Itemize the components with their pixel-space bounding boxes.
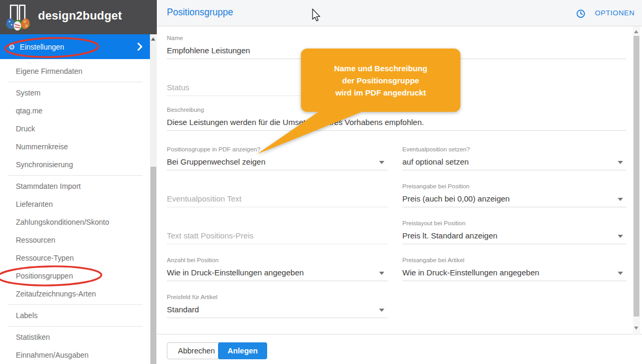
submit-button[interactable]: Anlegen xyxy=(218,342,267,359)
app-window: design2budget ⚙ Einstellungen Eigene Fir… xyxy=(0,0,642,364)
content-scrollbar[interactable] xyxy=(633,26,640,333)
gear-icon: ⚙ xyxy=(8,43,15,51)
sidebar-item-zeitaufzeichnungs-arten[interactable]: Zeitaufzeichnungs-Arten xyxy=(0,285,150,303)
sidebar-item-qtag-me[interactable]: qtag.me xyxy=(0,102,150,120)
field-preisangabe-bei-position: Preisangabe bei PositionPreis (auch bei … xyxy=(402,183,626,207)
chevron-down-icon xyxy=(618,161,623,164)
select-preisangabe-bei-artikel[interactable]: Wie in Druck-Einstellungen angegeben xyxy=(402,268,626,277)
field-label-positionsgruppe-in-pdf-anzeigen: Positionsgruppe in PDF anzeigen? xyxy=(167,146,260,152)
sidebar-item-positionsgruppen[interactable]: Positionsgruppen xyxy=(0,267,150,285)
clock-icon xyxy=(576,9,586,18)
sidebar-item-synchronisierung[interactable]: Synchronisierung xyxy=(0,156,150,174)
chevron-down-icon xyxy=(379,272,384,275)
chevron-right-icon xyxy=(137,43,143,51)
chevron-down-icon xyxy=(379,161,384,164)
sidebar-active-label: Einstellungen xyxy=(20,43,64,51)
chevron-down-icon xyxy=(618,272,623,275)
field-preislayout-bei-position: Preislayout bei PositionPreis lt. Standa… xyxy=(402,220,626,244)
sidebar-item-statistiken[interactable]: Statistiken xyxy=(0,328,150,346)
options-button[interactable]: OPTIONEN xyxy=(592,8,638,17)
main-panel: Positionsgruppe OPTIONEN NameEmpfohlene … xyxy=(157,0,642,364)
scroll-down-arrow-icon[interactable] xyxy=(634,327,638,330)
mouse-cursor xyxy=(311,8,322,23)
page-header: Positionsgruppe OPTIONEN xyxy=(157,0,642,26)
history-clock-button[interactable] xyxy=(576,9,586,18)
callout-line: der Positionsgruppe xyxy=(305,74,456,87)
field-label-preisangabe-bei-artikel: Preisangabe bei Artikel xyxy=(402,257,465,263)
field-eventualposition-text: Eventualposition Text xyxy=(167,183,388,207)
sidebar-item-eigene-firmendaten[interactable]: Eigene Firmendaten xyxy=(0,62,150,80)
sidebar-item-stammdaten-import[interactable]: Stammdaten Import xyxy=(0,177,150,195)
scroll-up-arrow-icon[interactable] xyxy=(634,30,638,33)
sidebar-divider xyxy=(7,326,143,327)
sidebar-item-ressourcen[interactable]: Ressourcen xyxy=(0,231,150,249)
sidebar-scrollbar[interactable] xyxy=(150,34,157,364)
chevron-down-icon xyxy=(618,235,623,238)
callout-line: Name und Beschreibung xyxy=(305,62,456,74)
input-text-statt-positions-preis[interactable]: Text statt Positions-Preis xyxy=(167,231,388,240)
page-title: Positionsgruppe xyxy=(167,7,233,18)
sidebar-item-nummernkreise[interactable]: Nummernkreise xyxy=(0,138,150,156)
select-preislayout-bei-position[interactable]: Preis lt. Standard anzeigen xyxy=(402,231,626,240)
chevron-down-icon xyxy=(618,198,623,201)
sidebar-divider xyxy=(7,82,143,82)
field-label-name: Name xyxy=(167,35,183,41)
sidebar-item-einstellungen[interactable]: ⚙ Einstellungen xyxy=(0,34,150,59)
field-label-preisfeld-fuer-artikel: Preisfeld für Artikel xyxy=(167,294,218,300)
field-preisangabe-bei-artikel: Preisangabe bei ArtikelWie in Druck-Eins… xyxy=(402,257,626,281)
select-preisfeld-fuer-artikel[interactable]: Standard xyxy=(167,305,388,314)
sidebar-header: design2budget xyxy=(0,0,157,34)
app-logo xyxy=(4,4,32,31)
sidebar-divider xyxy=(7,304,143,305)
sidebar-item-ressource-typen[interactable]: Ressource-Typen xyxy=(0,249,150,267)
content-scrollbar-thumb[interactable] xyxy=(634,36,639,317)
sidebar-item-lieferanten[interactable]: Lieferanten xyxy=(0,195,150,213)
field-label-preisangabe-bei-position: Preisangabe bei Position xyxy=(402,183,469,189)
sidebar-divider xyxy=(7,175,143,176)
field-label-beschreibung: Beschreibung xyxy=(167,107,204,113)
field-anzahl-bei-position: Anzahl bei PositionWie in Druck-Einstell… xyxy=(167,257,388,281)
input-eventualposition-text[interactable]: Eventualposition Text xyxy=(167,194,388,203)
sidebar-scrollbar-thumb[interactable] xyxy=(150,167,156,364)
field-text-statt-positions-preis: Text statt Positions-Preis xyxy=(167,220,388,244)
sidebar-item-labels[interactable]: Labels xyxy=(0,306,150,324)
field-preisfeld-fuer-artikel: Preisfeld für ArtikelStandard xyxy=(167,294,388,318)
form-footer: Abbrechen Anlegen xyxy=(157,334,642,364)
scroll-up-arrow-icon[interactable] xyxy=(151,37,155,41)
callout-line: wird im PDF angedruckt xyxy=(305,87,456,99)
select-preisangabe-bei-position[interactable]: Preis (auch bei 0,00) anzeigen xyxy=(402,194,626,203)
chevron-down-icon xyxy=(379,309,384,312)
cancel-button[interactable]: Abbrechen xyxy=(167,342,226,359)
sidebar: design2budget ⚙ Einstellungen Eigene Fir… xyxy=(0,0,157,364)
select-anzahl-bei-position[interactable]: Wie in Druck-Einstellungen angegeben xyxy=(167,268,388,277)
sidebar-item-system[interactable]: System xyxy=(0,84,150,102)
sidebar-item-zahlungskonditionen-skonto[interactable]: Zahlungskonditionen/Skonto xyxy=(0,213,150,231)
sidebar-item-einnahmen-ausgaben[interactable]: Einnahmen/Ausgaben xyxy=(0,346,150,364)
field-label-preislayout-bei-position: Preislayout bei Position xyxy=(402,220,466,226)
app-title: design2budget xyxy=(38,9,122,23)
sidebar-menu: Eigene FirmendatenSystemqtag.meDruckNumm… xyxy=(0,62,150,364)
callout-text: Name und Beschreibung der Positionsgrupp… xyxy=(305,62,456,99)
sidebar-item-druck[interactable]: Druck xyxy=(0,120,150,138)
field-label-anzahl-bei-position: Anzahl bei Position xyxy=(167,257,219,263)
